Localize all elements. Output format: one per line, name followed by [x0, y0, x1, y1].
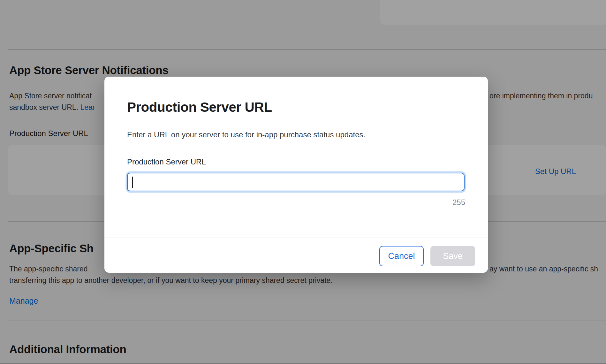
production-server-url-dialog: Production Server URL Enter a URL on you…: [104, 77, 488, 273]
text-cursor: [132, 177, 133, 188]
production-server-url-input[interactable]: [127, 173, 465, 191]
dialog-footer-divider: [104, 238, 488, 238]
save-button[interactable]: Save: [430, 246, 475, 266]
dialog-description: Enter a URL on your server to use for in…: [127, 130, 365, 139]
dialog-title: Production Server URL: [127, 100, 272, 115]
app-store-connect-screen: App Store Server Notifications App Store…: [0, 0, 606, 364]
character-counter: 255: [452, 198, 465, 207]
url-input-label: Production Server URL: [127, 157, 206, 166]
cancel-button[interactable]: Cancel: [379, 246, 424, 266]
